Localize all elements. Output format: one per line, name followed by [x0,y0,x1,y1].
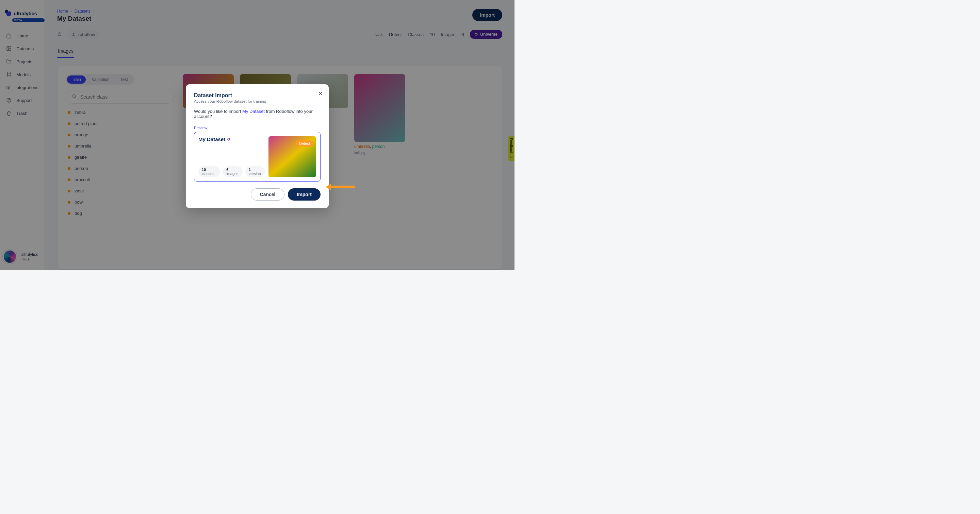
preview-title: My Dataset ⟳ [198,136,265,142]
import-modal: ✕ Dataset Import Access your Roboflow da… [186,84,329,208]
modal-overlay: ✕ Dataset Import Access your Roboflow da… [0,0,514,270]
modal-body: Would you like to import My Dataset from… [194,109,321,119]
detect-badge: Detect [296,140,313,146]
preview-stats: 10 classes 6 images 1 version [198,166,265,177]
arrow-annotation [326,184,355,190]
cancel-button[interactable]: Cancel [251,188,285,201]
modal-subtitle: Access your Roboflow dataset for trainin… [194,99,321,103]
close-icon[interactable]: ✕ [318,90,323,97]
modal-title: Dataset Import [194,92,321,98]
preview-card: My Dataset ⟳ 10 classes 6 images 1 versi… [194,132,321,181]
roboflow-icon: ⟳ [227,137,231,142]
preview-image: Detect [269,136,316,177]
modal-import-button[interactable]: Import [288,188,321,201]
preview-label: Preview [194,126,321,130]
